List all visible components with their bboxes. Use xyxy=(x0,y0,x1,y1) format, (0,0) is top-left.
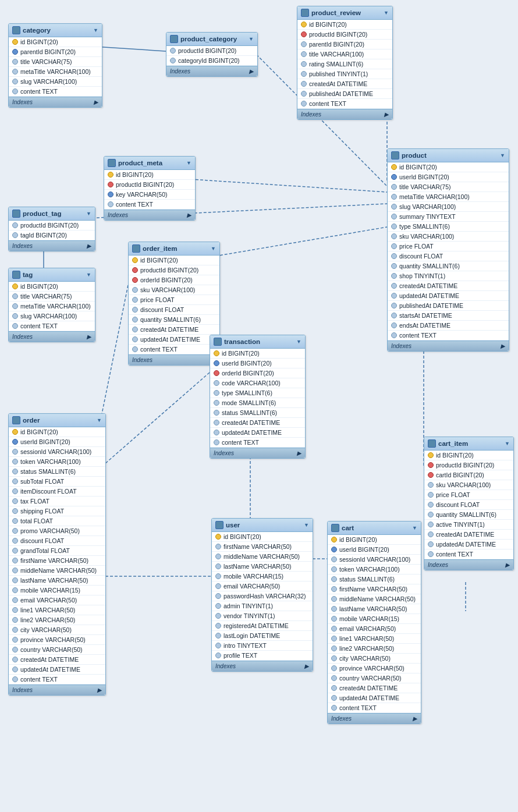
table-product-tag-header[interactable]: product_tag ▼ xyxy=(9,207,95,221)
table-product-review-header[interactable]: product_review ▼ xyxy=(297,6,392,20)
dropdown-icon: ▼ xyxy=(500,153,505,158)
indexes-bar[interactable]: Indexes ▶ xyxy=(388,341,509,351)
indexes-arrow: ▶ xyxy=(413,715,417,722)
fk-icon xyxy=(301,31,307,37)
fk-icon xyxy=(132,267,138,273)
indexes-bar[interactable]: Indexes ▶ xyxy=(129,354,219,365)
field-row: title VARCHAR(100) xyxy=(297,49,392,59)
table-user-header[interactable]: user ▼ xyxy=(212,519,313,532)
field-row: userId BIGINT(20) xyxy=(210,359,305,368)
field-row: line1 VARCHAR(50) xyxy=(9,605,105,615)
plain-icon xyxy=(331,616,337,622)
plain-icon xyxy=(12,69,18,75)
plain-icon xyxy=(301,41,307,47)
table-category-header[interactable]: category ▼ xyxy=(9,24,102,37)
dropdown-icon: ▼ xyxy=(249,36,254,42)
indexes-bar[interactable]: Indexes ▶ xyxy=(212,661,313,671)
indexes-bar[interactable]: Indexes ▶ xyxy=(297,109,392,119)
field-row: publishedAt DATETIME xyxy=(388,301,509,311)
plain-icon xyxy=(391,273,397,279)
table-product-header[interactable]: product ▼ xyxy=(388,149,509,162)
plain-icon xyxy=(12,88,18,94)
table-product-category-header[interactable]: product_category ▼ xyxy=(166,33,257,46)
field-row: promo VARCHAR(50) xyxy=(9,526,105,536)
table-icon xyxy=(12,416,20,424)
table-icon xyxy=(108,159,116,167)
plain-icon xyxy=(12,498,18,504)
plain-icon xyxy=(132,307,138,313)
idx-icon xyxy=(12,439,18,445)
indexes-arrow: ▶ xyxy=(384,111,389,118)
dropdown-icon: ▼ xyxy=(505,441,510,446)
idx-icon xyxy=(391,174,397,180)
dropdown-icon: ▼ xyxy=(93,27,98,33)
indexes-bar[interactable]: Indexes ▶ xyxy=(9,685,105,695)
table-cart-header[interactable]: cart ▼ xyxy=(328,522,421,535)
dropdown-icon: ▼ xyxy=(86,272,91,278)
table-order-item: order_item ▼ id BIGINT(20) productId BIG… xyxy=(128,242,220,366)
table-order-header[interactable]: order ▼ xyxy=(9,414,105,427)
plain-icon xyxy=(12,657,18,662)
field-row: quantity SMALLINT(6) xyxy=(388,261,509,271)
plain-icon xyxy=(12,627,18,633)
field-row: lastName VARCHAR(50) xyxy=(9,576,105,586)
table-product-meta-header[interactable]: product_meta ▼ xyxy=(104,157,195,170)
plain-icon xyxy=(301,101,307,107)
plain-icon xyxy=(301,61,307,67)
plain-icon xyxy=(132,336,138,342)
plain-icon xyxy=(170,48,176,54)
plain-icon xyxy=(215,554,221,559)
indexes-bar[interactable]: Indexes ▶ xyxy=(166,66,257,76)
plain-icon xyxy=(428,492,434,498)
plain-icon xyxy=(301,71,307,77)
field-row: price FLOAT xyxy=(388,242,509,251)
table-cart-item-header[interactable]: cart_item ▼ xyxy=(424,437,513,451)
table-icon xyxy=(12,210,20,218)
field-row: updatedAt DATETIME xyxy=(388,291,509,301)
dropdown-icon: ▼ xyxy=(211,246,216,251)
field-row: discount FLOAT xyxy=(129,305,219,315)
plain-icon xyxy=(215,603,221,609)
table-transaction-header[interactable]: transaction ▼ xyxy=(210,335,305,349)
title: product_review xyxy=(311,9,361,16)
plain-icon xyxy=(215,563,221,569)
field-row: quantity SMALLINT(6) xyxy=(424,510,513,520)
field-row: updatedAt DATETIME xyxy=(328,693,421,703)
plain-icon xyxy=(214,430,219,435)
field-row: intro TINYTEXT xyxy=(212,641,313,651)
plain-icon xyxy=(215,613,221,619)
field-row: key VARCHAR(50) xyxy=(104,190,195,200)
dropdown-icon: ▼ xyxy=(186,160,191,166)
title: order xyxy=(23,417,40,424)
plain-icon xyxy=(132,297,138,303)
indexes-bar[interactable]: Indexes ▶ xyxy=(9,97,102,107)
indexes-bar[interactable]: Indexes ▶ xyxy=(9,331,95,342)
plain-icon xyxy=(132,287,138,293)
plain-icon xyxy=(391,332,397,338)
indexes-arrow: ▶ xyxy=(249,68,254,75)
table-cart: cart ▼ id BIGINT(20) userId BIGINT(20) s… xyxy=(327,521,421,724)
table-transaction: transaction ▼ id BIGINT(20) userId BIGIN… xyxy=(210,335,306,459)
idx-icon xyxy=(214,360,219,366)
indexes-bar[interactable]: Indexes ▶ xyxy=(210,448,305,458)
plain-icon xyxy=(301,81,307,87)
table-tag-header[interactable]: tag ▼ xyxy=(9,268,95,282)
table-product: product ▼ id BIGINT(20) userId BIGINT(20… xyxy=(387,148,509,352)
plain-icon xyxy=(331,665,337,671)
field-row: city VARCHAR(50) xyxy=(328,654,421,664)
field-row: metaTitle VARCHAR(100) xyxy=(9,67,102,77)
plain-icon xyxy=(12,637,18,643)
indexes-arrow: ▶ xyxy=(304,663,309,669)
indexes-label: Indexes xyxy=(214,450,234,456)
idx-icon xyxy=(12,49,18,55)
field-row: grandTotal FLOAT xyxy=(9,546,105,556)
indexes-bar[interactable]: Indexes ▶ xyxy=(424,559,513,570)
plain-icon xyxy=(215,544,221,549)
plain-icon xyxy=(108,201,113,207)
plain-icon xyxy=(214,420,219,425)
field-row: line2 VARCHAR(50) xyxy=(328,644,421,654)
indexes-bar[interactable]: Indexes ▶ xyxy=(9,240,95,251)
indexes-bar[interactable]: Indexes ▶ xyxy=(104,210,195,220)
indexes-bar[interactable]: Indexes ▶ xyxy=(328,713,421,724)
table-order-item-header[interactable]: order_item ▼ xyxy=(129,242,219,256)
